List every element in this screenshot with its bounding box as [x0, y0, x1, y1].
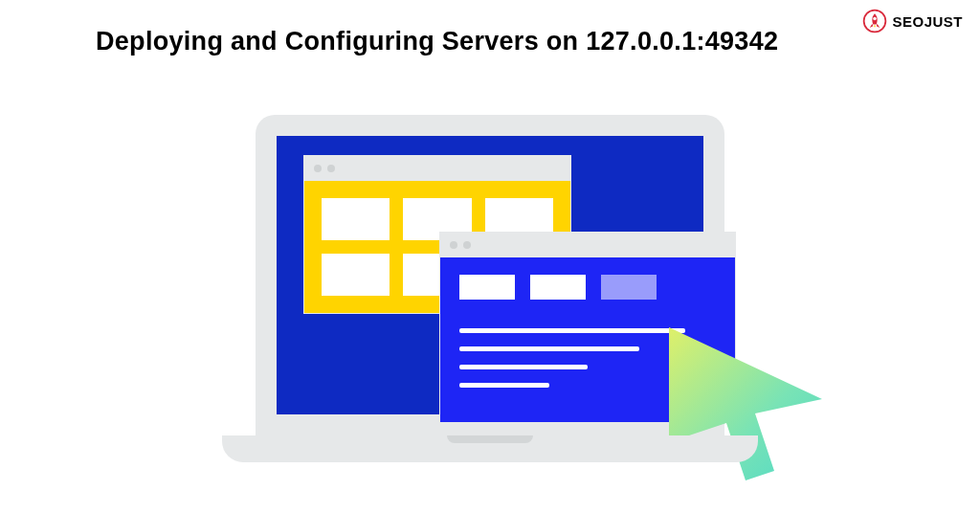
window-dot-icon [314, 165, 322, 172]
grid-cell [322, 254, 390, 296]
text-line [459, 383, 549, 388]
text-lines [440, 309, 735, 422]
window-dot-icon [463, 241, 471, 249]
window-dot-icon [450, 241, 457, 249]
brand-name: SEOJUST [892, 13, 963, 30]
tab-item [459, 275, 515, 300]
rocket-icon [861, 8, 888, 34]
page-title: Deploying and Configuring Servers on 127… [96, 27, 778, 56]
tabs-row [440, 257, 735, 309]
laptop-illustration [222, 115, 758, 462]
laptop-base [222, 435, 758, 462]
text-line [459, 328, 685, 333]
window-dot-icon [327, 165, 335, 172]
foreground-window [439, 232, 736, 423]
tab-item [530, 275, 586, 300]
window-titlebar [304, 156, 570, 181]
laptop-notch [447, 435, 533, 443]
text-line [459, 346, 639, 351]
grid-cell [322, 198, 390, 240]
svg-point-1 [874, 17, 878, 21]
laptop-body [256, 115, 724, 435]
text-line [459, 365, 588, 369]
brand-logo: SEOJUST [861, 8, 963, 34]
window-titlebar [440, 233, 735, 257]
laptop-screen [277, 136, 703, 414]
tab-item [601, 275, 657, 300]
